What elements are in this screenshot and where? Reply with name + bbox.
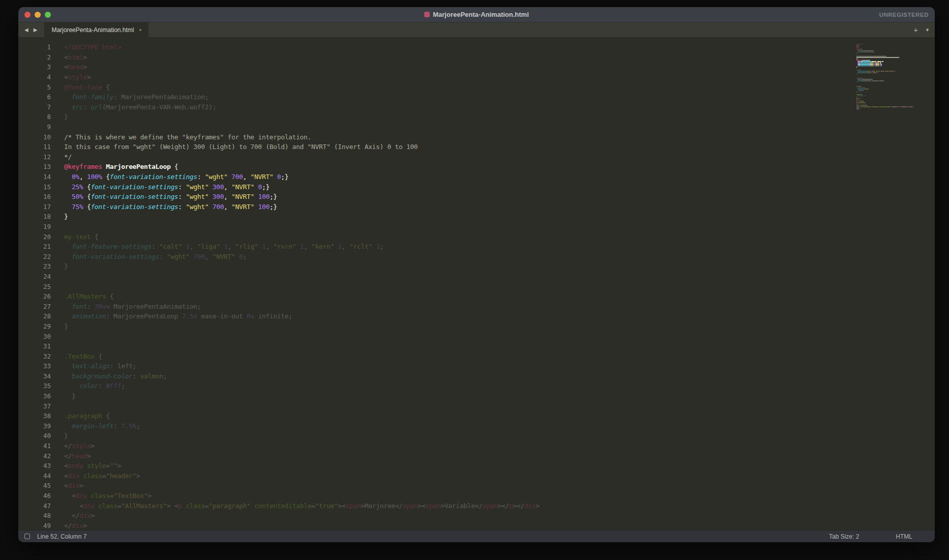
code-line[interactable]: 36 } <box>18 391 935 401</box>
code-line[interactable]: 16 50% {font-variation-settings: "wght" … <box>18 192 935 202</box>
code-line[interactable]: 30 <box>18 331 935 341</box>
code-text: 0%, 100% {font-variation-settings: "wght… <box>51 173 288 181</box>
code-text: .AllMasters { <box>51 292 113 300</box>
code-line[interactable]: 10/* This is where we define the "keyfra… <box>18 132 935 142</box>
code-text: <!DOCTYPE html> <box>51 43 121 51</box>
code-lines[interactable]: 1<!DOCTYPE html>2<html>3<head>4<style>5@… <box>18 42 935 530</box>
code-line[interactable]: 34 background-color: salmon; <box>18 371 935 381</box>
minimap[interactable] <box>856 43 918 110</box>
code-line[interactable]: 35 color: #fff; <box>18 381 935 391</box>
close-icon[interactable] <box>24 12 31 18</box>
code-line[interactable]: 6 font-family: MarjoreePentaAnimation; <box>18 92 935 102</box>
line-number: 41 <box>18 442 51 450</box>
line-number: 43 <box>18 462 51 469</box>
code-line[interactable]: 42</head> <box>18 451 935 461</box>
minimize-icon[interactable] <box>35 12 41 18</box>
code-line[interactable]: 4<style> <box>18 72 935 82</box>
line-number: 17 <box>18 203 51 211</box>
code-line[interactable]: 5@font-face { <box>18 82 935 92</box>
line-number: 3 <box>18 63 51 71</box>
code-text: In this case from "wght" (Weight) 300 (L… <box>51 143 418 151</box>
code-line[interactable]: 43<body style=""> <box>18 461 935 471</box>
line-number: 6 <box>18 93 51 101</box>
line-number: 40 <box>18 432 51 439</box>
code-line[interactable]: 21 font-feature-settings: "calt" 1, "lig… <box>18 242 935 252</box>
code-line[interactable]: 45<div> <box>18 481 935 491</box>
line-number: 8 <box>18 113 51 121</box>
code-text: */ <box>51 153 72 161</box>
new-tab-icon[interactable]: + <box>913 25 918 34</box>
tab-marjoreepenta-animation[interactable]: MarjoreePenta-Animation.html ● <box>44 22 149 37</box>
syntax-indicator[interactable]: HTML <box>896 533 912 540</box>
code-line[interactable]: 1<!DOCTYPE html> <box>18 42 935 52</box>
code-line[interactable]: 25 <box>18 281 935 291</box>
line-number: 19 <box>18 223 51 230</box>
code-line[interactable]: 29} <box>18 321 935 332</box>
code-line[interactable]: 17 75% {font-variation-settings: "wght" … <box>18 202 935 212</box>
code-line[interactable]: 12*/ <box>18 152 935 162</box>
code-line[interactable]: 20my-text { <box>18 231 935 242</box>
code-line[interactable]: 14 0%, 100% {font-variation-settings: "w… <box>18 172 935 182</box>
line-number: 4 <box>18 73 51 81</box>
forward-arrow-icon[interactable]: ▶ <box>34 27 38 33</box>
code-line[interactable]: 26.AllMasters { <box>18 291 935 302</box>
code-line[interactable]: 41</style> <box>18 441 935 451</box>
code-line[interactable]: 33 text-align: left; <box>18 361 935 371</box>
line-number: 37 <box>18 402 51 410</box>
line-number: 13 <box>18 163 51 170</box>
code-line[interactable]: 24 <box>18 272 935 282</box>
traffic-lights <box>24 12 51 18</box>
code-line[interactable]: 49</div> <box>18 521 935 530</box>
code-line[interactable]: 46 <div class="TextBox"> <box>18 491 935 501</box>
code-line[interactable]: 7 src: url(MarjoreePenta-VAR-Web.woff2); <box>18 102 935 112</box>
line-number: 12 <box>18 153 51 161</box>
sidebar-toggle-icon[interactable] <box>24 534 30 539</box>
back-arrow-icon[interactable]: ◀ <box>24 27 28 33</box>
zoom-icon[interactable] <box>45 12 51 18</box>
code-line[interactable]: 37 <box>18 401 935 411</box>
code-line[interactable]: 22 font-variation-settings: "wght" 700, … <box>18 251 935 261</box>
tab-overflow-icon[interactable]: ▼ <box>925 27 930 33</box>
line-number: 7 <box>18 103 51 111</box>
code-line[interactable]: 11In this case from "wght" (Weight) 300 … <box>18 142 935 152</box>
line-number: 34 <box>18 372 51 380</box>
code-line[interactable]: 15 25% {font-variation-settings: "wght" … <box>18 182 935 192</box>
code-line[interactable]: 48 </div> <box>18 511 935 521</box>
code-line[interactable]: 9 <box>18 122 935 132</box>
code-line[interactable]: 2<html> <box>18 52 935 63</box>
code-line[interactable]: 8} <box>18 112 935 122</box>
line-number: 32 <box>18 352 51 360</box>
line-number: 42 <box>18 452 51 460</box>
code-line[interactable]: 47 <div class="AllMasters"> <p class="pa… <box>18 500 935 511</box>
line-number: 33 <box>18 362 51 370</box>
code-text: /* This is where we define the "keyframe… <box>51 133 311 141</box>
code-line[interactable]: 38.paragraph { <box>18 411 935 421</box>
code-line[interactable]: 39 margin-left: 7.5%; <box>18 421 935 431</box>
tab-size-indicator[interactable]: Tab Size: 2 <box>829 533 859 540</box>
line-number: 44 <box>18 472 51 480</box>
line-number: 18 <box>18 213 51 220</box>
code-text: @keyframes MarjoreePentaLoop { <box>51 163 178 170</box>
code-line[interactable]: 23} <box>18 261 935 272</box>
code-line[interactable]: 40} <box>18 431 935 441</box>
code-text: </div> <box>51 522 87 529</box>
code-line[interactable]: 19 <box>18 222 935 232</box>
code-line[interactable]: 27 font: 30vw MarjoreePentaAnimation; <box>18 301 935 311</box>
document-icon <box>424 12 430 17</box>
code-line[interactable]: 44<div class="header"> <box>18 471 935 481</box>
code-line[interactable]: 3<head> <box>18 62 935 72</box>
code-line[interactable]: 18} <box>18 212 935 222</box>
code-text: </div> <box>51 512 95 519</box>
title-bar[interactable]: MarjoreePenta-Animation.html UNREGISTERE… <box>18 7 935 22</box>
code-line[interactable]: 32.TextBox { <box>18 351 935 361</box>
code-line[interactable]: 31 <box>18 341 935 351</box>
code-line[interactable]: 13@keyframes MarjoreePentaLoop { <box>18 162 935 172</box>
cursor-position: Line 52, Column 7 <box>37 533 86 540</box>
code-text: <div class="header"> <box>51 472 140 480</box>
line-number: 10 <box>18 133 51 141</box>
code-line[interactable]: 28 animation: MarjoreePentaLoop 7.5s eas… <box>18 311 935 321</box>
code-text: <head> <box>51 63 87 71</box>
line-number: 9 <box>18 123 51 131</box>
editor-surface[interactable]: 1<!DOCTYPE html>2<html>3<head>4<style>5@… <box>18 37 935 530</box>
code-text: my-text { <box>51 233 98 241</box>
